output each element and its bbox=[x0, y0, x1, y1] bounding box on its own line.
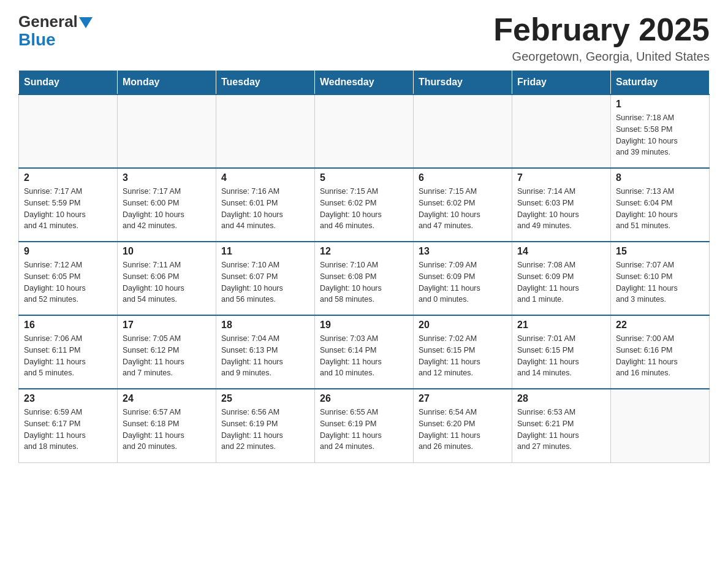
week-row-1: 1Sunrise: 7:18 AMSunset: 5:58 PMDaylight… bbox=[19, 94, 710, 168]
calendar-cell-w4-d1: 16Sunrise: 7:06 AMSunset: 6:11 PMDayligh… bbox=[19, 315, 118, 389]
day-info: Sunrise: 6:55 AMSunset: 6:19 PMDaylight:… bbox=[320, 407, 408, 453]
calendar-cell-w5-d4: 26Sunrise: 6:55 AMSunset: 6:19 PMDayligh… bbox=[315, 389, 414, 462]
calendar-cell-w2-d5: 6Sunrise: 7:15 AMSunset: 6:02 PMDaylight… bbox=[414, 168, 512, 242]
day-info: Sunrise: 7:00 AMSunset: 6:16 PMDaylight:… bbox=[616, 333, 704, 379]
calendar-cell-w5-d3: 25Sunrise: 6:56 AMSunset: 6:19 PMDayligh… bbox=[216, 389, 315, 462]
calendar-cell-w5-d6: 28Sunrise: 6:53 AMSunset: 6:21 PMDayligh… bbox=[512, 389, 611, 462]
day-info: Sunrise: 6:54 AMSunset: 6:20 PMDaylight:… bbox=[419, 407, 507, 453]
week-row-2: 2Sunrise: 7:17 AMSunset: 5:59 PMDaylight… bbox=[19, 168, 710, 242]
header-friday: Friday bbox=[512, 71, 611, 95]
day-number: 28 bbox=[517, 393, 605, 404]
calendar-cell-w1-d2 bbox=[118, 94, 216, 168]
calendar-cell-w4-d3: 18Sunrise: 7:04 AMSunset: 6:13 PMDayligh… bbox=[216, 315, 315, 389]
header-monday: Monday bbox=[118, 71, 216, 95]
day-info: Sunrise: 7:05 AMSunset: 6:12 PMDaylight:… bbox=[123, 333, 211, 379]
day-info: Sunrise: 7:15 AMSunset: 6:02 PMDaylight:… bbox=[419, 186, 507, 232]
day-info: Sunrise: 6:53 AMSunset: 6:21 PMDaylight:… bbox=[517, 407, 605, 453]
header-thursday: Thursday bbox=[414, 71, 512, 95]
day-number: 9 bbox=[24, 246, 112, 257]
day-number: 1 bbox=[616, 99, 704, 110]
day-number: 16 bbox=[24, 320, 112, 331]
header-wednesday: Wednesday bbox=[315, 71, 414, 95]
location-subtitle: Georgetown, Georgia, United States bbox=[493, 50, 710, 64]
day-number: 11 bbox=[221, 246, 309, 257]
calendar-cell-w1-d3 bbox=[216, 94, 315, 168]
calendar-cell-w2-d6: 7Sunrise: 7:14 AMSunset: 6:03 PMDaylight… bbox=[512, 168, 611, 242]
day-info: Sunrise: 6:59 AMSunset: 6:17 PMDaylight:… bbox=[24, 407, 112, 453]
calendar-cell-w1-d1 bbox=[19, 94, 118, 168]
calendar-cell-w3-d1: 9Sunrise: 7:12 AMSunset: 6:05 PMDaylight… bbox=[19, 242, 118, 315]
calendar-cell-w3-d5: 13Sunrise: 7:09 AMSunset: 6:09 PMDayligh… bbox=[414, 242, 512, 315]
header-tuesday: Tuesday bbox=[216, 71, 315, 95]
day-info: Sunrise: 7:02 AMSunset: 6:15 PMDaylight:… bbox=[419, 333, 507, 379]
day-info: Sunrise: 6:57 AMSunset: 6:18 PMDaylight:… bbox=[123, 407, 211, 453]
day-number: 8 bbox=[616, 172, 704, 183]
calendar-cell-w1-d5 bbox=[414, 94, 512, 168]
day-info: Sunrise: 7:17 AMSunset: 5:59 PMDaylight:… bbox=[24, 186, 112, 232]
day-number: 19 bbox=[320, 320, 408, 331]
day-number: 6 bbox=[419, 172, 507, 183]
calendar-table: Sunday Monday Tuesday Wednesday Thursday… bbox=[18, 70, 710, 463]
day-number: 12 bbox=[320, 246, 408, 257]
day-number: 4 bbox=[221, 172, 309, 183]
calendar-cell-w2-d2: 3Sunrise: 7:17 AMSunset: 6:00 PMDaylight… bbox=[118, 168, 216, 242]
day-number: 10 bbox=[123, 246, 211, 257]
week-row-4: 16Sunrise: 7:06 AMSunset: 6:11 PMDayligh… bbox=[19, 315, 710, 389]
day-number: 13 bbox=[419, 246, 507, 257]
day-info: Sunrise: 7:04 AMSunset: 6:13 PMDaylight:… bbox=[221, 333, 309, 379]
calendar-cell-w1-d6 bbox=[512, 94, 611, 168]
calendar-cell-w2-d4: 5Sunrise: 7:15 AMSunset: 6:02 PMDaylight… bbox=[315, 168, 414, 242]
header-saturday: Saturday bbox=[611, 71, 710, 95]
svg-marker-0 bbox=[79, 17, 93, 28]
calendar-cell-w3-d3: 11Sunrise: 7:10 AMSunset: 6:07 PMDayligh… bbox=[216, 242, 315, 315]
day-number: 3 bbox=[123, 172, 211, 183]
calendar-cell-w4-d4: 19Sunrise: 7:03 AMSunset: 6:14 PMDayligh… bbox=[315, 315, 414, 389]
day-info: Sunrise: 7:08 AMSunset: 6:09 PMDaylight:… bbox=[517, 259, 605, 305]
day-number: 20 bbox=[419, 320, 507, 331]
calendar-cell-w3-d2: 10Sunrise: 7:11 AMSunset: 6:06 PMDayligh… bbox=[118, 242, 216, 315]
day-number: 27 bbox=[419, 393, 507, 404]
calendar-cell-w3-d6: 14Sunrise: 7:08 AMSunset: 6:09 PMDayligh… bbox=[512, 242, 611, 315]
calendar-cell-w2-d7: 8Sunrise: 7:13 AMSunset: 6:04 PMDaylight… bbox=[611, 168, 710, 242]
calendar-cell-w3-d4: 12Sunrise: 7:10 AMSunset: 6:08 PMDayligh… bbox=[315, 242, 414, 315]
day-info: Sunrise: 6:56 AMSunset: 6:19 PMDaylight:… bbox=[221, 407, 309, 453]
header-sunday: Sunday bbox=[19, 71, 118, 95]
calendar-cell-w5-d1: 23Sunrise: 6:59 AMSunset: 6:17 PMDayligh… bbox=[19, 389, 118, 462]
calendar-cell-w5-d7 bbox=[611, 389, 710, 462]
day-info: Sunrise: 7:06 AMSunset: 6:11 PMDaylight:… bbox=[24, 333, 112, 379]
page-header: General Blue February 2025 Georgetown, G… bbox=[18, 12, 710, 64]
day-info: Sunrise: 7:07 AMSunset: 6:10 PMDaylight:… bbox=[616, 259, 704, 305]
day-info: Sunrise: 7:16 AMSunset: 6:01 PMDaylight:… bbox=[221, 186, 309, 232]
calendar-cell-w4-d6: 21Sunrise: 7:01 AMSunset: 6:15 PMDayligh… bbox=[512, 315, 611, 389]
logo-triangle-icon bbox=[79, 17, 93, 28]
day-info: Sunrise: 7:10 AMSunset: 6:07 PMDaylight:… bbox=[221, 259, 309, 305]
calendar-cell-w1-d7: 1Sunrise: 7:18 AMSunset: 5:58 PMDaylight… bbox=[611, 94, 710, 168]
calendar-cell-w3-d7: 15Sunrise: 7:07 AMSunset: 6:10 PMDayligh… bbox=[611, 242, 710, 315]
day-number: 14 bbox=[517, 246, 605, 257]
day-info: Sunrise: 7:03 AMSunset: 6:14 PMDaylight:… bbox=[320, 333, 408, 379]
week-row-5: 23Sunrise: 6:59 AMSunset: 6:17 PMDayligh… bbox=[19, 389, 710, 462]
day-info: Sunrise: 7:10 AMSunset: 6:08 PMDaylight:… bbox=[320, 259, 408, 305]
day-info: Sunrise: 7:15 AMSunset: 6:02 PMDaylight:… bbox=[320, 186, 408, 232]
calendar-cell-w5-d5: 27Sunrise: 6:54 AMSunset: 6:20 PMDayligh… bbox=[414, 389, 512, 462]
day-number: 23 bbox=[24, 393, 112, 404]
title-section: February 2025 Georgetown, Georgia, Unite… bbox=[493, 12, 710, 64]
day-number: 22 bbox=[616, 320, 704, 331]
day-info: Sunrise: 7:11 AMSunset: 6:06 PMDaylight:… bbox=[123, 259, 211, 305]
logo: General Blue bbox=[18, 12, 93, 48]
logo-blue-text: Blue bbox=[18, 31, 56, 48]
weekday-header-row: Sunday Monday Tuesday Wednesday Thursday… bbox=[19, 71, 710, 95]
day-info: Sunrise: 7:17 AMSunset: 6:00 PMDaylight:… bbox=[123, 186, 211, 232]
day-info: Sunrise: 7:12 AMSunset: 6:05 PMDaylight:… bbox=[24, 259, 112, 305]
calendar-cell-w4-d2: 17Sunrise: 7:05 AMSunset: 6:12 PMDayligh… bbox=[118, 315, 216, 389]
day-number: 17 bbox=[123, 320, 211, 331]
day-number: 5 bbox=[320, 172, 408, 183]
calendar-cell-w2-d3: 4Sunrise: 7:16 AMSunset: 6:01 PMDaylight… bbox=[216, 168, 315, 242]
day-info: Sunrise: 7:18 AMSunset: 5:58 PMDaylight:… bbox=[616, 112, 704, 158]
day-number: 18 bbox=[221, 320, 309, 331]
day-number: 7 bbox=[517, 172, 605, 183]
day-number: 21 bbox=[517, 320, 605, 331]
day-number: 2 bbox=[24, 172, 112, 183]
calendar-cell-w5-d2: 24Sunrise: 6:57 AMSunset: 6:18 PMDayligh… bbox=[118, 389, 216, 462]
week-row-3: 9Sunrise: 7:12 AMSunset: 6:05 PMDaylight… bbox=[19, 242, 710, 315]
